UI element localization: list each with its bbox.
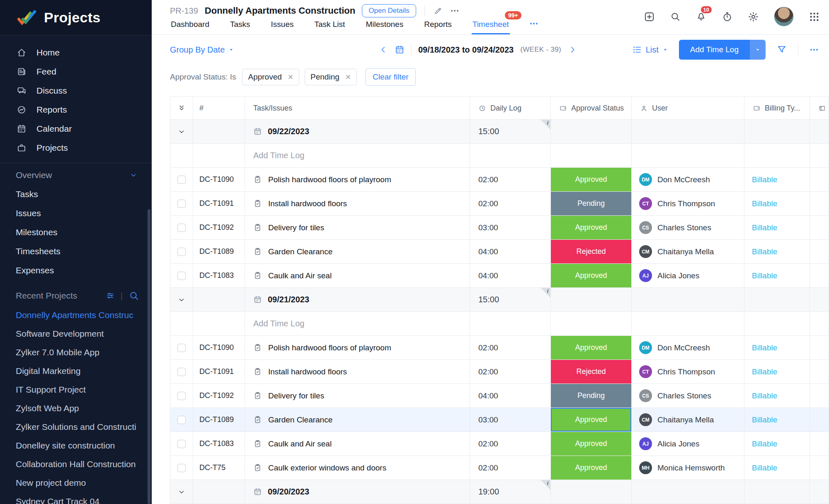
tab-timesheet[interactable]: Timesheet 99+ <box>472 16 510 34</box>
task-name[interactable]: Garden Clearance <box>268 415 332 424</box>
task-name[interactable]: Polish hardwood floors of playroom <box>268 175 391 184</box>
billing-type-value[interactable]: Billable <box>752 223 777 232</box>
add-time-log-dropdown[interactable] <box>750 40 766 60</box>
task-cell[interactable]: Garden Clearance <box>245 240 470 264</box>
notes-cell[interactable] <box>810 336 829 360</box>
daily-log-cell[interactable]: 02:00 <box>470 360 551 384</box>
row-checkbox[interactable] <box>177 440 186 448</box>
sidebar-item-calendar[interactable]: Calendar <box>0 119 152 138</box>
column-header-id[interactable]: # <box>193 97 245 120</box>
recent-project-item[interactable]: Zylker 7.0 Mobile App <box>0 343 152 362</box>
task-cell[interactable]: Garden Clearance <box>245 408 470 432</box>
recent-project-item[interactable]: Donelley site construction <box>0 436 152 455</box>
task-name[interactable]: Polish hardwood floors of playroom <box>268 343 391 352</box>
task-cell[interactable]: Polish hardwood floors of playroom <box>245 168 470 192</box>
sidebar-item-projects[interactable]: Projects <box>0 138 152 157</box>
status-badge[interactable]: Approved <box>551 432 631 456</box>
recent-project-item[interactable]: IT Support Project <box>0 380 152 399</box>
task-cell[interactable]: Delivery for tiles <box>245 216 470 240</box>
recent-project-item[interactable]: Zylker Solutions and Constructi <box>0 417 152 436</box>
task-cell[interactable]: Polish hardwood floors of playroom <box>245 336 470 360</box>
status-badge[interactable]: Rejected <box>551 360 631 383</box>
previous-week-icon[interactable] <box>379 45 388 54</box>
task-cell[interactable]: Install hardwood floors <box>245 360 470 384</box>
group-collapse-cell[interactable] <box>170 288 193 312</box>
notes-cell[interactable] <box>810 432 829 456</box>
column-header-billing-type[interactable]: Billing Ty... <box>744 97 810 120</box>
tab-dashboard[interactable]: Dashboard <box>170 16 210 34</box>
task-name[interactable]: Garden Clearance <box>268 247 332 256</box>
row-checkbox[interactable] <box>177 416 186 424</box>
recent-project-item[interactable]: Digital Marketing <box>0 362 152 380</box>
daily-log-cell[interactable]: 03:00 <box>470 408 551 432</box>
billing-type-value[interactable]: Billable <box>752 175 777 184</box>
collapse-all-header[interactable] <box>170 97 193 120</box>
task-cell[interactable]: Caulk exterior windows and doors <box>245 456 470 480</box>
notes-cell[interactable] <box>810 456 829 480</box>
row-checkbox[interactable] <box>177 464 186 472</box>
daily-log-cell[interactable]: 03:00 <box>470 216 551 240</box>
task-cell[interactable]: Caulk and Air seal <box>245 264 470 288</box>
notes-cell[interactable] <box>810 408 829 432</box>
daily-log-cell[interactable]: 02:00 <box>470 336 551 360</box>
daily-log-cell[interactable]: 02:00 <box>470 168 551 192</box>
settings-gear-icon[interactable] <box>748 11 759 22</box>
user-avatar[interactable] <box>774 7 794 27</box>
sidebar-item-expenses[interactable]: Expenses <box>0 261 152 280</box>
column-header-task[interactable]: Task/Issues <box>245 97 470 120</box>
sidebar-item-discuss[interactable]: Discuss <box>0 81 152 100</box>
daily-log-cell[interactable]: 02:00 <box>470 192 551 216</box>
recent-project-item[interactable]: New project demo <box>0 473 152 492</box>
group-by-dropdown[interactable]: Group By Date <box>170 45 234 55</box>
timer-icon[interactable] <box>722 11 733 22</box>
row-checkbox[interactable] <box>177 176 186 184</box>
row-checkbox[interactable] <box>177 224 186 232</box>
collapse-all-icon[interactable] <box>177 104 186 112</box>
status-badge[interactable]: Approved <box>551 168 631 191</box>
status-badge[interactable]: Pending <box>551 384 631 408</box>
billing-type-value[interactable]: Billable <box>752 439 777 449</box>
status-badge[interactable]: Approved <box>551 336 631 359</box>
tab-issues[interactable]: Issues <box>270 16 295 34</box>
chevron-down-icon[interactable] <box>129 171 138 179</box>
status-badge[interactable]: Approved <box>551 408 631 432</box>
add-time-log-placeholder[interactable]: Add Time Log <box>245 144 470 168</box>
task-cell[interactable]: Delivery for tiles <box>245 384 470 408</box>
collapse-group-icon[interactable] <box>177 296 186 304</box>
search-projects-icon[interactable] <box>128 290 139 301</box>
task-name[interactable]: Delivery for tiles <box>268 223 324 232</box>
filter-funnel-icon[interactable] <box>776 44 787 55</box>
billing-type-value[interactable]: Billable <box>752 271 777 280</box>
more-tabs-icon[interactable] <box>529 19 539 32</box>
calendar-picker-icon[interactable] <box>395 45 405 55</box>
clear-filter-button[interactable]: Clear filter <box>366 68 416 86</box>
notes-cell[interactable] <box>810 384 829 408</box>
status-badge[interactable]: Approved <box>551 456 631 480</box>
notes-cell[interactable] <box>810 192 829 216</box>
sidebar-item-milestones[interactable]: Milestones <box>0 223 152 242</box>
task-name[interactable]: Delivery for tiles <box>268 391 324 400</box>
row-checkbox[interactable] <box>177 248 186 256</box>
tab-task-list[interactable]: Task List <box>313 16 346 34</box>
sidebar-scrollbar[interactable] <box>148 209 150 504</box>
task-name[interactable]: Caulk exterior windows and doors <box>268 463 386 473</box>
row-checkbox[interactable] <box>177 272 186 280</box>
project-more-icon[interactable] <box>450 6 460 16</box>
add-new-icon[interactable] <box>644 11 655 22</box>
task-name[interactable]: Install hardwood floors <box>268 367 347 376</box>
tab-reports[interactable]: Reports <box>423 16 453 34</box>
sidebar-item-timesheets[interactable]: Timesheets <box>0 242 152 261</box>
recent-project-item[interactable]: Collaboration Hall Construction <box>0 455 152 473</box>
group-collapse-cell[interactable] <box>170 480 193 504</box>
notes-cell[interactable] <box>810 264 829 288</box>
recent-project-item[interactable]: Software Development <box>0 324 152 343</box>
billing-type-value[interactable]: Billable <box>752 247 777 256</box>
signature-pen-icon[interactable] <box>433 6 443 16</box>
sidebar-item-feed[interactable]: Feed <box>0 62 152 81</box>
sidebar-item-tasks[interactable]: Tasks <box>0 185 152 204</box>
app-logo[interactable]: Projects <box>0 0 152 35</box>
sidebar-section-overview[interactable]: Overview <box>0 166 152 185</box>
toolbar-more-icon[interactable] <box>809 45 819 55</box>
billing-type-value[interactable]: Billable <box>752 391 777 400</box>
status-badge[interactable]: Pending <box>551 192 631 215</box>
